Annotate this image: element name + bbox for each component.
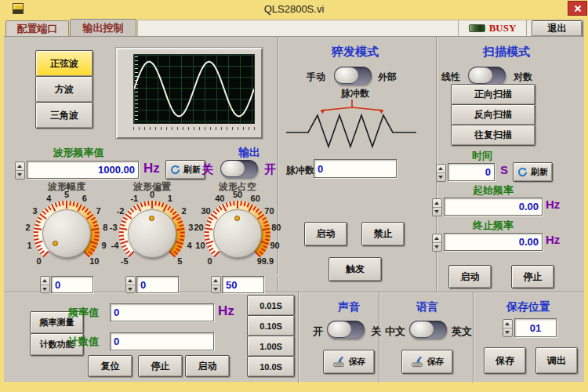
- output-label: 输出: [226, 146, 273, 160]
- spinner-down-icon[interactable]: [433, 208, 441, 216]
- save-icon: [411, 356, 424, 368]
- toggle-knob: [328, 321, 351, 337]
- preset-save-button[interactable]: 保存: [484, 347, 526, 374]
- knob-scale-label: 5: [177, 256, 182, 266]
- sweep-mode-toggle[interactable]: [468, 67, 506, 85]
- spinner-up-icon[interactable]: [126, 277, 135, 285]
- knob-value-input[interactable]: 0: [51, 276, 93, 293]
- gate-time-button-4[interactable]: 10.0S: [247, 356, 295, 377]
- sound-toggle[interactable]: [327, 321, 365, 339]
- waveform-plot: [133, 54, 255, 124]
- tab-output-control[interactable]: 输出控制: [70, 19, 136, 36]
- pulse-count-input[interactable]: 0: [314, 159, 397, 178]
- burst-mode-toggle[interactable]: [334, 67, 372, 85]
- gate-time-button-1[interactable]: 0.01S: [247, 295, 295, 316]
- start-frequency-spinner[interactable]: [432, 198, 442, 216]
- knob-value-spinner[interactable]: [40, 276, 50, 293]
- knob-value-row: 50: [211, 276, 264, 294]
- spinner-down-icon[interactable]: [437, 173, 445, 181]
- knob-tick: [237, 201, 238, 209]
- spinner-up-icon[interactable]: [433, 234, 441, 243]
- save-location-spinner[interactable]: [503, 319, 513, 337]
- wave-type-button-3[interactable]: 三角波: [35, 102, 93, 129]
- spinner-down-icon[interactable]: [212, 285, 220, 293]
- counter-count-input[interactable]: 0: [110, 332, 214, 350]
- window-title: QLS2800S.vi: [0, 3, 588, 15]
- sweep-direction-button-1[interactable]: 正向扫描: [451, 84, 535, 105]
- wave-frequency-input[interactable]: 1000.00: [27, 161, 139, 179]
- sweep-direction-button-3[interactable]: 往复扫描: [451, 125, 535, 146]
- start-frequency-input[interactable]: 0.00: [444, 198, 543, 216]
- spinner-down-icon[interactable]: [433, 243, 441, 251]
- close-button[interactable]: [568, 1, 587, 16]
- tab-config-port[interactable]: 配置端口: [5, 20, 69, 36]
- sweep-start-button[interactable]: 启动: [448, 265, 492, 289]
- knob-scale-label: 50: [233, 190, 242, 199]
- knob-gauge[interactable]: 010203040506070809099.9: [194, 193, 281, 273]
- knob-value-spinner[interactable]: [125, 276, 136, 293]
- sweep-direction-button-2[interactable]: 反向扫描: [451, 104, 535, 125]
- knob-tick: [266, 235, 270, 237]
- knob-tick: [34, 232, 38, 234]
- sound-title: 声音: [321, 300, 376, 314]
- knob-indicator-dot: [234, 216, 240, 221]
- knob-scale-label: 0: [150, 190, 154, 199]
- knob-scale-label: 4: [187, 241, 191, 250]
- counter-frequency-unit: Hz: [218, 303, 234, 319]
- sweep-time-refresh-button[interactable]: 刷新: [513, 162, 553, 182]
- knob-gauge[interactable]: 012345678910: [23, 193, 111, 273]
- spinner-up-icon[interactable]: [503, 320, 512, 328]
- knob-value-spinner[interactable]: [211, 276, 221, 293]
- save-location-input[interactable]: 01: [514, 318, 557, 337]
- output-toggle[interactable]: [220, 160, 258, 178]
- pulse-count-label: 脉冲数: [286, 164, 314, 177]
- refresh-icon: [170, 165, 180, 175]
- spinner-down-icon[interactable]: [41, 285, 49, 293]
- knob-tick: [119, 232, 124, 234]
- spinner-up-icon[interactable]: [437, 165, 445, 173]
- counter-start-button[interactable]: 启动: [185, 355, 230, 377]
- burst-external-label: 外部: [378, 71, 397, 84]
- spinner-up-icon[interactable]: [16, 162, 24, 171]
- spinner-down-icon[interactable]: [126, 285, 135, 293]
- refresh-label: 刷新: [531, 166, 548, 178]
- language-toggle[interactable]: [409, 321, 447, 339]
- counter-reset-button[interactable]: 复位: [88, 355, 132, 377]
- counter-stop-button[interactable]: 停止: [138, 355, 183, 377]
- wave-frequency-refresh-button[interactable]: 刷新: [165, 160, 205, 180]
- pulse-train-diagram: [285, 98, 419, 150]
- counter-frequency-input[interactable]: 0: [110, 303, 214, 321]
- spinner-up-icon[interactable]: [41, 277, 49, 285]
- burst-start-button[interactable]: 启动: [304, 222, 347, 246]
- spinner-up-icon[interactable]: [433, 199, 441, 208]
- exit-button[interactable]: 退出: [532, 20, 583, 37]
- burst-trigger-button[interactable]: 触发: [328, 257, 382, 281]
- wave-type-button-2[interactable]: 方波: [35, 76, 93, 103]
- gate-time-button-2[interactable]: 0.10S: [247, 315, 295, 336]
- sweep-time-input[interactable]: 0: [448, 163, 495, 181]
- counter-frequency-label: 频率值: [68, 306, 99, 320]
- spinner-down-icon[interactable]: [16, 171, 24, 179]
- spinner-up-icon[interactable]: [212, 277, 220, 285]
- wave-type-buttons: 正弦波方波三角波: [35, 51, 93, 129]
- busy-label: BUSY: [489, 22, 517, 34]
- wave-frequency-spinner[interactable]: [15, 162, 25, 180]
- spinner-down-icon[interactable]: [503, 328, 512, 336]
- preset-recall-button[interactable]: 调出: [535, 347, 578, 374]
- burst-disable-button[interactable]: 禁止: [361, 222, 405, 246]
- knob-dial[interactable]: [42, 209, 91, 258]
- output-on-label: 开: [264, 162, 276, 177]
- stop-frequency-input[interactable]: 0.00: [444, 233, 543, 251]
- sweep-time-spinner[interactable]: [436, 164, 446, 182]
- sine-wave-trace: [134, 55, 254, 123]
- stop-frequency-spinner[interactable]: [432, 234, 442, 252]
- gate-time-button-3[interactable]: 1.00S: [247, 336, 295, 357]
- sound-save-button[interactable]: 保存: [323, 350, 375, 374]
- toggle-knob: [410, 321, 434, 337]
- knob-value-input[interactable]: 0: [136, 276, 179, 293]
- language-save-button[interactable]: 保存: [401, 350, 453, 374]
- wave-type-button-1[interactable]: 正弦波: [35, 50, 93, 77]
- knob-value-input[interactable]: 50: [222, 276, 264, 293]
- knob-gauge[interactable]: -5-4-3-2-1012345: [108, 193, 196, 273]
- sweep-stop-button[interactable]: 停止: [511, 265, 554, 289]
